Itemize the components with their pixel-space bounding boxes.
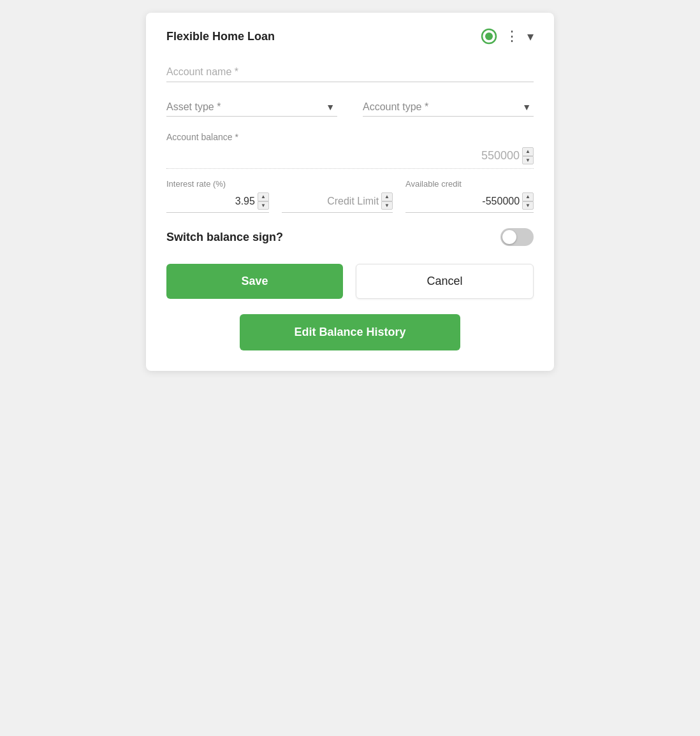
cancel-button[interactable]: Cancel	[356, 264, 534, 299]
asset-account-type-row: Asset type * ▼ Account type * ▼	[166, 97, 534, 117]
available-credit-input-row: ▲ ▼	[405, 192, 534, 213]
available-increment-button[interactable]: ▲	[522, 192, 534, 201]
chevron-down-icon[interactable]: ▾	[527, 29, 534, 44]
header-icons: ⋮ ▾	[481, 28, 534, 45]
save-button[interactable]: Save	[166, 264, 343, 299]
switch-balance-label: Switch balance sign?	[166, 231, 283, 244]
edit-balance-history-button[interactable]: Edit Balance History	[240, 314, 460, 350]
interest-rate-spinner: ▲ ▼	[258, 192, 269, 210]
credit-limit-increment-button[interactable]: ▲	[381, 192, 393, 201]
credit-limit-decrement-button[interactable]: ▼	[381, 201, 393, 210]
asset-type-group: Asset type * ▼	[166, 97, 337, 117]
financial-fields-row: Interest rate (%) ▲ ▼ ▲ ▼ Available cred…	[166, 179, 534, 213]
available-credit-label: Available credit	[405, 179, 534, 189]
switch-balance-toggle[interactable]	[500, 228, 534, 246]
credit-limit-input[interactable]	[315, 196, 379, 207]
interest-rate-input-row: ▲ ▼	[166, 192, 269, 213]
svg-point-1	[485, 32, 493, 40]
interest-rate-group: Interest rate (%) ▲ ▼	[166, 179, 269, 213]
interest-rate-input[interactable]	[204, 196, 255, 207]
available-decrement-button[interactable]: ▼	[522, 201, 534, 210]
balance-increment-button[interactable]: ▲	[522, 147, 534, 156]
available-credit-group: Available credit ▲ ▼	[405, 179, 534, 213]
interest-rate-label: Interest rate (%)	[166, 179, 269, 189]
switch-balance-row: Switch balance sign?	[166, 228, 534, 246]
balance-decrement-button[interactable]: ▼	[522, 156, 534, 165]
credit-limit-spinner: ▲ ▼	[381, 192, 393, 210]
account-type-select[interactable]: Account type *	[363, 97, 534, 117]
asset-type-select[interactable]: Asset type *	[166, 97, 337, 117]
available-credit-spinner: ▲ ▼	[522, 192, 534, 210]
account-type-group: Account type * ▼	[363, 97, 534, 117]
credit-limit-group: ▲ ▼	[282, 192, 393, 213]
toggle-slider	[500, 228, 534, 246]
account-balance-section: Account balance * ▲ ▼	[166, 132, 534, 169]
more-options-icon[interactable]: ⋮	[505, 28, 520, 45]
action-buttons-row: Save Cancel	[166, 264, 534, 299]
account-balance-input-row: ▲ ▼	[166, 147, 534, 169]
available-credit-input[interactable]	[456, 196, 520, 207]
credit-limit-input-row: ▲ ▼	[282, 192, 393, 213]
interest-increment-button[interactable]: ▲	[258, 192, 269, 201]
account-name-input[interactable]	[166, 62, 534, 82]
page-title: Flexible Home Loan	[166, 30, 275, 43]
account-name-group	[166, 62, 534, 82]
status-icon	[481, 28, 497, 45]
account-balance-spinner: ▲ ▼	[522, 147, 534, 164]
header-row: Flexible Home Loan ⋮ ▾	[166, 28, 534, 45]
account-form-card: Flexible Home Loan ⋮ ▾ Asset type * ▼ Ac…	[146, 13, 554, 371]
account-balance-label: Account balance *	[166, 132, 534, 142]
interest-decrement-button[interactable]: ▼	[258, 201, 269, 210]
account-balance-input[interactable]	[437, 149, 520, 162]
